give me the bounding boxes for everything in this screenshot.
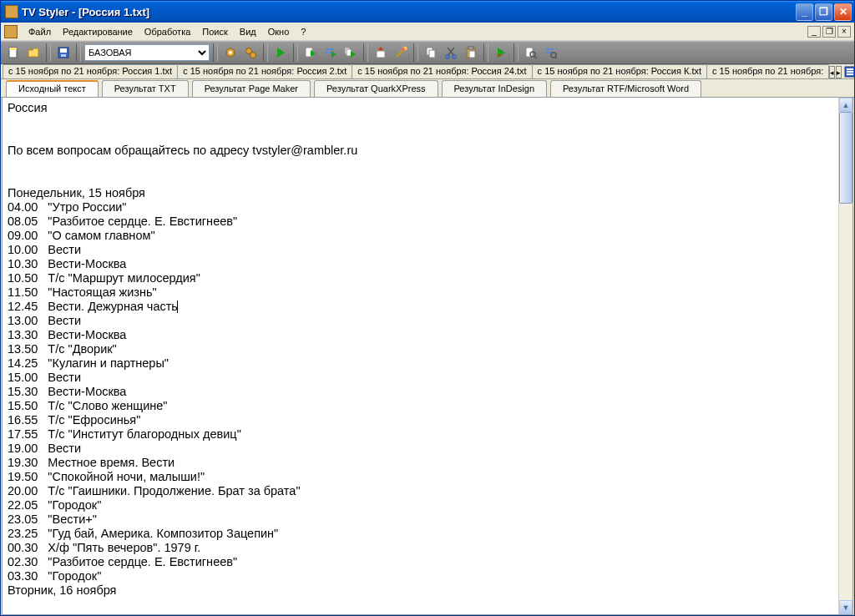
view-tab-indesign[interactable]: Результат InDesign [442, 80, 548, 97]
new-button[interactable] [4, 43, 23, 62]
doc-tab[interactable]: с 15 ноября по 21 ноября: Россия К.txt [532, 64, 707, 78]
mdi-minimize-button[interactable]: _ [807, 26, 821, 38]
svg-point-8 [250, 53, 256, 58]
svg-rect-3 [60, 48, 67, 53]
view-tabs: Исходный текст Результат TXT Результат P… [1, 79, 854, 98]
search-list-button[interactable] [542, 43, 560, 62]
svg-rect-26 [546, 48, 554, 50]
minimize-button[interactable]: _ [796, 3, 813, 21]
ok-button[interactable]: ok [492, 43, 510, 62]
scroll-thumb[interactable] [839, 112, 852, 204]
run-button[interactable] [271, 43, 290, 62]
gear-multi-button[interactable] [241, 43, 260, 62]
scroll-down-button[interactable]: ▼ [839, 600, 852, 614]
menubar: Файл Редактирование Обработка Поиск Вид … [1, 23, 854, 41]
menu-process[interactable]: Обработка [139, 25, 196, 38]
editor-pane: Россия По всем вопросам обращайтесь по а… [2, 98, 853, 615]
svg-point-18 [446, 55, 449, 58]
view-tab-quark[interactable]: Результат QuarkXPress [314, 80, 438, 97]
doc-tab[interactable]: с 15 ноября по 21 ноября: Россия 1.txt [3, 64, 178, 78]
menu-help[interactable]: ? [295, 25, 311, 38]
menu-view[interactable]: Вид [234, 25, 262, 38]
export-button[interactable] [372, 43, 390, 62]
view-tab-txt[interactable]: Результат TXT [102, 80, 189, 97]
doc-tab[interactable]: с 15 ноября по 21 ноября: Россия 24.txt [352, 64, 532, 78]
svg-rect-32 [847, 73, 853, 75]
svg-point-19 [453, 55, 456, 58]
svg-rect-22 [469, 51, 475, 58]
window-title: TV Styler - [Россия 1.txt] [22, 6, 794, 18]
wand-button[interactable] [392, 43, 410, 62]
svg-point-6 [229, 51, 232, 54]
menu-file[interactable]: Файл [23, 25, 57, 38]
close-button[interactable]: ✕ [834, 3, 852, 21]
svg-rect-14 [377, 51, 385, 58]
tab-scroll-left-button[interactable]: ◂ [829, 66, 835, 78]
style-combo[interactable]: БАЗОВАЯ [84, 44, 210, 61]
svg-rect-31 [847, 71, 853, 73]
doc-icon [4, 25, 18, 38]
svg-text:ok: ok [497, 53, 502, 58]
view-tab-pagemaker[interactable]: Результат Page Maker [192, 80, 311, 97]
paste-button[interactable] [462, 43, 480, 62]
menu-search[interactable]: Поиск [196, 25, 233, 38]
tab-scroll-right-button[interactable]: ▸ [836, 66, 842, 78]
mdi-close-button[interactable]: × [837, 26, 851, 38]
app-icon [5, 5, 18, 18]
save-button[interactable] [54, 43, 73, 62]
run-doc-button[interactable] [301, 43, 320, 62]
svg-rect-1 [9, 48, 17, 50]
svg-rect-30 [847, 68, 853, 70]
view-tab-rtf[interactable]: Результат RTF/Microsoft Word [550, 80, 701, 97]
cut-button[interactable] [442, 43, 460, 62]
gear-button[interactable] [221, 43, 240, 62]
svg-rect-17 [429, 50, 435, 58]
menu-window[interactable]: Окно [262, 25, 296, 38]
scroll-track[interactable] [839, 204, 852, 600]
doc-tab[interactable]: с 15 ноября по 21 ноября: Россия 2.txt [177, 64, 352, 78]
svg-rect-21 [468, 47, 473, 49]
copy-button[interactable] [422, 43, 440, 62]
search-doc-button[interactable] [522, 43, 540, 62]
document-tabs: с 15 ноября по 21 ноября: Россия 1.txt с… [1, 64, 854, 79]
doc-tab[interactable]: с 15 ноября по 21 ноября: [706, 64, 829, 78]
menu-edit[interactable]: Редактирование [57, 25, 139, 38]
open-button[interactable] [24, 43, 43, 62]
run-all-button[interactable] [341, 43, 360, 62]
maximize-button[interactable]: ❐ [815, 3, 832, 21]
mdi-restore-button[interactable]: ❐ [822, 26, 836, 38]
vertical-scrollbar[interactable]: ▲ ▼ [838, 98, 852, 614]
scroll-up-button[interactable]: ▲ [839, 98, 852, 112]
doc-list-icon[interactable] [843, 64, 854, 78]
svg-rect-4 [61, 54, 66, 57]
text-editor[interactable]: Россия По всем вопросам обращайтесь по а… [3, 98, 838, 614]
toolbar: БАЗОВАЯ ok [1, 41, 854, 64]
titlebar: TV Styler - [Россия 1.txt] _ ❐ ✕ [1, 1, 854, 23]
run-list-button[interactable] [321, 43, 340, 62]
svg-rect-10 [326, 48, 334, 50]
view-tab-source[interactable]: Исходный текст [6, 80, 99, 97]
